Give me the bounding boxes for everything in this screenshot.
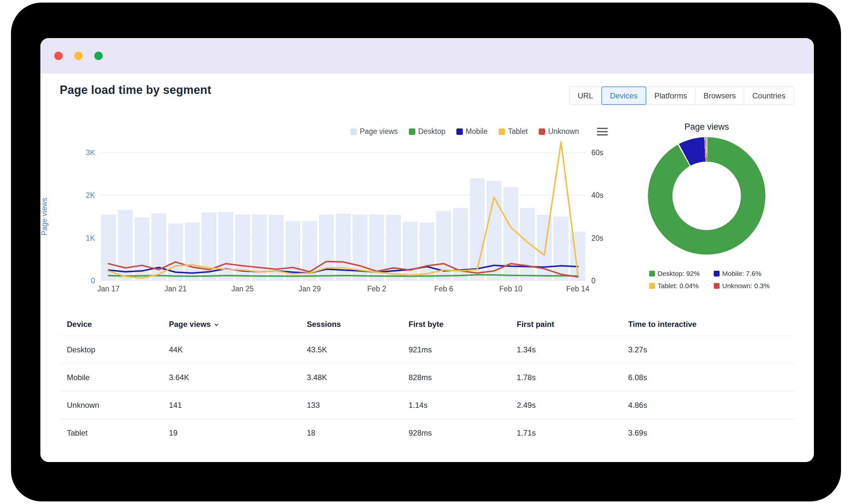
table-cell: 1.71s <box>517 429 628 437</box>
legend-label: Unknown <box>548 127 579 136</box>
right-axis-tick: 60s <box>591 148 603 157</box>
segment-tabs: URLDevicesPlatformsBrowsersCountries <box>569 87 794 105</box>
column-header-first-paint[interactable]: First paint <box>517 320 628 329</box>
table-cell: 141 <box>169 401 307 410</box>
donut-title: Page views <box>648 122 765 132</box>
table-cell: Unknown <box>60 401 169 410</box>
pageviews-bar <box>403 222 418 281</box>
table-row-desktop[interactable]: Desktop44K43.5K921ms1.34s3.27s <box>60 336 795 363</box>
column-header-first-byte[interactable]: First byte <box>408 320 517 329</box>
right-axis-tick: 0 <box>591 276 595 285</box>
column-header-label: Sessions <box>307 320 341 329</box>
legend-swatch-icon <box>499 128 505 135</box>
chart-legend: Page viewsDesktopMobileTabletUnknown <box>350 127 579 136</box>
tab-countries[interactable]: Countries <box>744 87 794 105</box>
x-axis-tick: Jan 21 <box>164 285 187 293</box>
legend-swatch-icon <box>649 283 655 289</box>
legend-swatch-icon <box>409 128 415 135</box>
table-cell: 1.34s <box>517 345 628 354</box>
column-header-device[interactable]: Device <box>60 320 169 329</box>
donut-legend-label: Tablet: 0.04% <box>658 282 699 290</box>
x-axis-tick: Jan 29 <box>298 285 321 293</box>
table-row-mobile[interactable]: Mobile3.64K3.48K828ms1.78s6.08s <box>60 363 795 391</box>
left-axis-tick: 0 <box>91 276 95 285</box>
legend-swatch-icon <box>714 283 719 289</box>
x-axis-tick: Jan 25 <box>231 285 254 293</box>
legend-item-mobile[interactable]: Mobile <box>456 127 488 136</box>
right-axis-tick: 20s <box>591 234 603 242</box>
column-header-label: First paint <box>517 320 554 329</box>
donut-legend-label: Unknown: 0.3% <box>722 282 770 290</box>
pageviews-bar <box>520 208 535 281</box>
table-cell: 4.86s <box>628 401 795 410</box>
tab-url[interactable]: URL <box>569 87 602 105</box>
traffic-light-close-icon[interactable] <box>54 52 63 60</box>
donut-legend-label: Mobile: 7.6% <box>722 270 761 277</box>
legend-item-desktop[interactable]: Desktop <box>409 127 446 136</box>
left-axis-tick: 2K <box>86 191 95 199</box>
column-header-page-views[interactable]: Page views <box>169 320 307 329</box>
table-cell: 43.5K <box>307 345 408 354</box>
table-cell: 18 <box>307 429 408 437</box>
donut-legend-label: Desktop: 92% <box>658 270 700 277</box>
table-header-row: DevicePage viewsSessionsFirst byteFirst … <box>60 313 795 336</box>
table-cell: 6.08s <box>628 373 795 382</box>
table-cell: 3.69s <box>628 429 795 437</box>
table-cell: 3.27s <box>628 345 795 354</box>
column-header-label: Device <box>67 320 92 329</box>
traffic-light-minimize-icon[interactable] <box>74 52 83 60</box>
window-frame: Page load time by segment URLDevicesPlat… <box>11 3 841 501</box>
sort-chevron-down-icon <box>213 322 220 328</box>
x-axis-tick: Feb 6 <box>434 285 453 293</box>
legend-swatch-icon <box>456 128 463 135</box>
column-header-time-to-interactive[interactable]: Time to interactive <box>628 320 795 329</box>
column-header-sessions[interactable]: Sessions <box>307 320 408 329</box>
donut-legend-item-desktop: Desktop: 92% <box>649 270 714 277</box>
donut-chart <box>648 137 765 255</box>
legend-swatch-icon <box>714 271 719 276</box>
table-cell: Desktop <box>60 345 169 354</box>
table-cell: Tablet <box>60 429 169 437</box>
legend-item-unknown[interactable]: Unknown <box>539 127 579 136</box>
pageviews-bar <box>554 217 569 281</box>
table-row-tablet[interactable]: Tablet1918928ms1.71s3.69s <box>60 419 795 447</box>
table-cell: 2.49s <box>517 401 628 410</box>
table-cell: 19 <box>169 429 307 437</box>
donut-legend-item-mobile: Mobile: 7.6% <box>714 270 770 277</box>
table-cell: 3.48K <box>307 373 408 382</box>
table-cell: 3.64K <box>169 373 307 382</box>
table-cell: 133 <box>307 401 408 410</box>
table-cell: 44K <box>169 345 307 354</box>
legend-swatch-icon <box>539 128 545 135</box>
legend-item-tablet[interactable]: Tablet <box>499 127 528 136</box>
tab-browsers[interactable]: Browsers <box>695 87 744 105</box>
table-row-unknown[interactable]: Unknown1411331.14s2.49s4.86s <box>60 391 795 419</box>
app-window: Page load time by segment URLDevicesPlat… <box>40 38 814 462</box>
chart-menu-icon[interactable] <box>597 128 608 138</box>
legend-swatch-icon <box>649 271 655 276</box>
legend-label: Mobile <box>466 127 488 136</box>
pageviews-bar <box>152 213 166 281</box>
dashboard-content: Page load time by segment URLDevicesPlat… <box>40 74 814 462</box>
table-cell: 828ms <box>408 373 517 382</box>
table-cell: 921ms <box>408 345 517 354</box>
table-cell: 928ms <box>408 429 517 437</box>
legend-swatch-icon <box>350 128 357 135</box>
tab-devices[interactable]: Devices <box>602 87 646 105</box>
legend-item-page-views[interactable]: Page views <box>350 127 398 136</box>
legend-label: Desktop <box>418 127 446 136</box>
column-header-label: First byte <box>408 320 444 329</box>
x-axis-tick: Jan 17 <box>97 285 120 293</box>
y-axis-title: Page views <box>40 198 49 236</box>
device-table: DevicePage viewsSessionsFirst byteFirst … <box>60 313 795 447</box>
page-title: Page load time by segment <box>60 83 211 97</box>
traffic-light-zoom-icon[interactable] <box>94 52 103 60</box>
column-header-label: Time to interactive <box>628 320 697 329</box>
tab-platforms[interactable]: Platforms <box>646 87 695 105</box>
pageviews-bar <box>470 178 485 281</box>
donut-legend-item-tablet: Tablet: 0.04% <box>649 282 714 290</box>
legend-label: Tablet <box>508 127 528 136</box>
table-cell: Mobile <box>60 373 169 382</box>
left-axis-tick: 3K <box>86 148 95 157</box>
column-header-label: Page views <box>169 320 211 329</box>
